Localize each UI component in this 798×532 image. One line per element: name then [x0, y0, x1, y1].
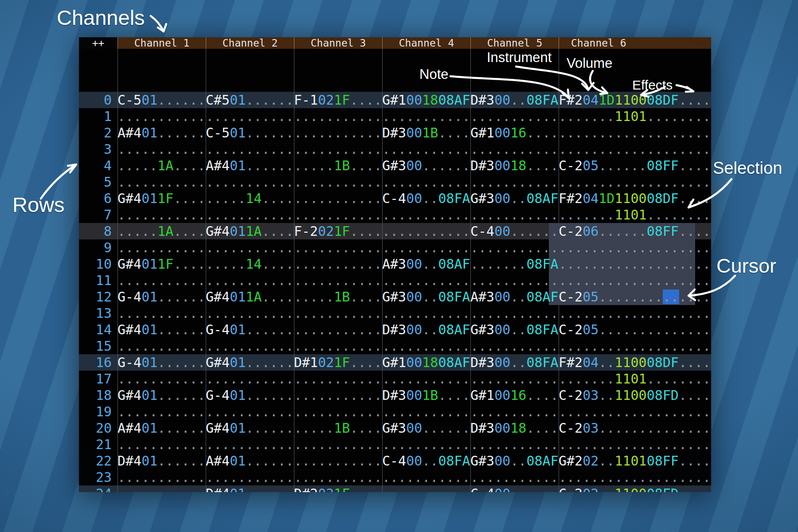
pattern-cell-ch3[interactable]: ...........	[294, 305, 382, 321]
pattern-cell-ch3[interactable]: F-1021F....	[294, 92, 382, 108]
pattern-cell-ch1[interactable]: .....1A....	[117, 223, 206, 239]
pattern-cell-ch3[interactable]: ...........	[294, 239, 382, 256]
pattern-cell-ch6[interactable]: ...................	[559, 403, 711, 420]
pattern-cell-ch6[interactable]: C-205..............	[559, 289, 711, 305]
pattern-cell-ch6[interactable]: ...................	[559, 125, 711, 141]
pattern-cell-ch4[interactable]: ...........	[382, 485, 470, 492]
pattern-cell-ch6[interactable]: F#2041D110008DF....	[559, 190, 711, 207]
pattern-cell-ch4[interactable]: ...........	[382, 108, 470, 125]
pattern-cell-ch4[interactable]: C-400..08FA	[382, 453, 470, 469]
pattern-cell-ch3[interactable]: ...........	[294, 125, 382, 141]
pattern-cell-ch1[interactable]: ...........	[117, 436, 206, 453]
pattern-cell-ch1[interactable]: C-501......	[117, 92, 206, 108]
pattern-cell-ch3[interactable]: ...........	[294, 141, 382, 157]
pattern-cell-ch1[interactable]: ...........	[117, 207, 206, 223]
pattern-cell-ch2[interactable]: ...........	[206, 174, 294, 190]
channel-header-1[interactable]: Channel 1	[117, 37, 206, 49]
pattern-cell-ch6[interactable]: ...................	[559, 436, 711, 453]
pattern-cell-ch1[interactable]: ...........	[117, 272, 206, 289]
pattern-cell-ch2[interactable]: ...........	[206, 469, 294, 485]
pattern-cell-ch6[interactable]: C-203..............	[559, 420, 711, 436]
pattern-cell-ch5[interactable]: G#300..08FA	[470, 321, 559, 338]
pattern-cell-ch5[interactable]: ...........	[470, 174, 559, 190]
pattern-cell-ch6[interactable]: ...................	[559, 174, 711, 190]
channel-header-4[interactable]: Channel 4	[382, 37, 470, 49]
pattern-cell-ch5[interactable]: G#10016....	[470, 125, 559, 141]
pattern-cell-ch4[interactable]: A#300..08AF	[382, 256, 470, 272]
pattern-cell-ch2[interactable]: A#401......	[206, 453, 294, 469]
pattern-cell-ch3[interactable]: ...........	[294, 338, 382, 354]
pattern-cell-ch6[interactable]: F#204..110008DF....	[559, 354, 711, 371]
pattern-cell-ch2[interactable]: ...........	[206, 403, 294, 420]
pattern-cell-ch1[interactable]: G-401......	[117, 289, 206, 305]
pattern-cell-ch1[interactable]: ...........	[117, 174, 206, 190]
pattern-cell-ch1[interactable]: .....1A....	[117, 157, 206, 174]
pattern-cell-ch2[interactable]: G#401......	[206, 420, 294, 436]
pattern-cell-ch1[interactable]: A#401......	[117, 125, 206, 141]
pattern-cell-ch2[interactable]: ...........	[206, 305, 294, 321]
channel-header-6[interactable]: Channel 6	[559, 37, 711, 49]
pattern-cell-ch4[interactable]: ...........	[382, 207, 470, 223]
pattern-cell-ch5[interactable]: ...........	[470, 239, 559, 256]
pattern-cell-ch3[interactable]: D#2021F....	[294, 485, 382, 492]
pattern-cell-ch5[interactable]: .......08FA	[470, 256, 559, 272]
pattern-cell-ch2[interactable]: G#4011A....	[206, 223, 294, 239]
pattern-cell-ch4[interactable]: ...........	[382, 239, 470, 256]
pattern-cell-ch4[interactable]: ...........	[382, 371, 470, 387]
pattern-cell-ch2[interactable]: ...........	[206, 338, 294, 354]
pattern-cell-ch5[interactable]: G#300..08AF	[470, 190, 559, 207]
pattern-cell-ch3[interactable]: F-2021F....	[294, 223, 382, 239]
pattern-cell-ch3[interactable]: ...........	[294, 469, 382, 485]
pattern-cell-ch5[interactable]: C-400......	[470, 223, 559, 239]
pattern-cell-ch1[interactable]: G#401......	[117, 321, 206, 338]
channel-header-5[interactable]: Channel 5	[470, 37, 559, 49]
pattern-cell-ch6[interactable]: C-205..............	[559, 321, 711, 338]
pattern-cell-ch6[interactable]: .......1101........	[559, 207, 711, 223]
pattern-cell-ch1[interactable]: ...........	[117, 141, 206, 157]
pattern-cell-ch1[interactable]: ...........	[117, 469, 206, 485]
pattern-cell-ch1[interactable]: ...........	[117, 108, 206, 125]
pattern-cell-ch2[interactable]: A#401......	[206, 157, 294, 174]
pattern-cell-ch6[interactable]: ...................	[559, 305, 711, 321]
pattern-cell-ch2[interactable]: ...........	[206, 108, 294, 125]
pattern-cell-ch3[interactable]: .....1B....	[294, 420, 382, 436]
pattern-cell-ch6[interactable]: ...................	[559, 239, 711, 256]
pattern-cell-ch5[interactable]: ...........	[470, 141, 559, 157]
pattern-cell-ch6[interactable]: C-206......08FF....	[559, 223, 711, 239]
pattern-cell-ch3[interactable]: ...........	[294, 272, 382, 289]
pattern-cell-ch6[interactable]: F#2041D110008DF....	[559, 92, 711, 108]
pattern-cell-ch2[interactable]: G#4011A....	[206, 289, 294, 305]
pattern-cell-ch1[interactable]: G#401......	[117, 387, 206, 403]
pattern-cell-ch5[interactable]: ...........	[470, 371, 559, 387]
pattern-cell-ch6[interactable]: C-205......08FF....	[559, 157, 711, 174]
pattern-cell-ch1[interactable]: ...........	[117, 239, 206, 256]
pattern-cell-ch6[interactable]: ...................	[559, 141, 711, 157]
pattern-cell-ch5[interactable]: D#300..08FA	[470, 92, 559, 108]
channel-header-2[interactable]: Channel 2	[206, 37, 294, 49]
pattern-cell-ch5[interactable]: ...........	[470, 207, 559, 223]
pattern-cell-ch1[interactable]: A#401......	[117, 420, 206, 436]
pattern-cell-ch2[interactable]: C-501......	[206, 125, 294, 141]
pattern-cell-ch2[interactable]: .....14....	[206, 190, 294, 207]
pattern-cell-ch4[interactable]: C-400..08FA	[382, 190, 470, 207]
pattern-cell-ch5[interactable]: D#30018....	[470, 420, 559, 436]
pattern-cell-ch5[interactable]: ...........	[470, 469, 559, 485]
pattern-cell-ch6[interactable]: G#202..110108FF....	[559, 453, 711, 469]
pattern-cell-ch5[interactable]: G#300..08AF	[470, 453, 559, 469]
pattern-cell-ch3[interactable]: ...........	[294, 453, 382, 469]
pattern-cell-ch4[interactable]: ...........	[382, 272, 470, 289]
pattern-cell-ch2[interactable]: G-401......	[206, 387, 294, 403]
pattern-cell-ch2[interactable]: ...........	[206, 239, 294, 256]
pattern-cell-ch3[interactable]: ...........	[294, 207, 382, 223]
pattern-cell-ch4[interactable]: D#300..08AF	[382, 321, 470, 338]
pattern-cell-ch5[interactable]: ...........	[470, 305, 559, 321]
pattern-cell-ch3[interactable]: ...........	[294, 108, 382, 125]
pattern-cell-ch1[interactable]: ...........	[117, 305, 206, 321]
pattern-cell-ch3[interactable]: ...........	[294, 190, 382, 207]
pattern-cell-ch2[interactable]: D#401......	[206, 485, 294, 492]
pattern-cell-ch3[interactable]: ...........	[294, 321, 382, 338]
pattern-cell-ch3[interactable]: ...........	[294, 387, 382, 403]
pattern-cell-ch2[interactable]: .....14....	[206, 256, 294, 272]
pattern-cell-ch5[interactable]: D#300..08FA	[470, 354, 559, 371]
pattern-cell-ch5[interactable]: ...........	[470, 108, 559, 125]
